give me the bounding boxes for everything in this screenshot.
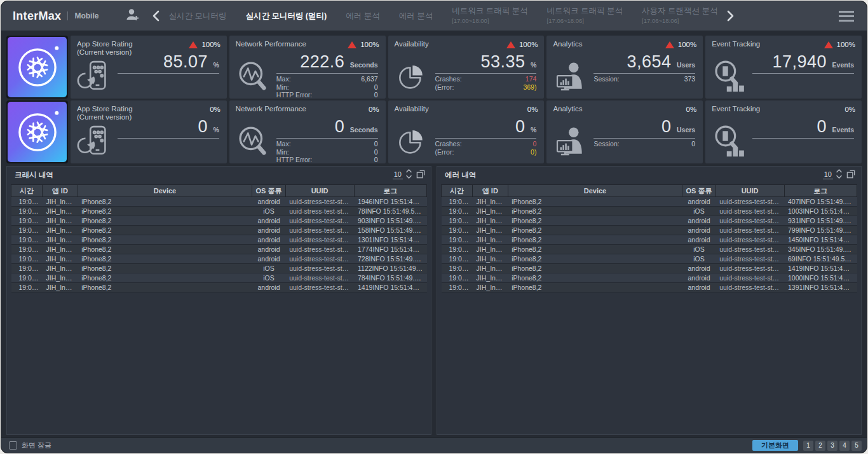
table-cell: android [682,264,715,273]
table-row[interactable]: 19:05:13JIH_Install...iPhone8,2androiduu… [442,216,857,226]
screen-page-button[interactable]: 3 [827,441,837,451]
table-cell: JIH_Install... [473,197,508,207]
screen-page-button[interactable]: 5 [851,441,862,451]
table-row[interactable]: 19:05:12JIH_Install...iPhone8,2iOSuuid-s… [442,254,857,264]
trend-badge: 0% [527,106,538,113]
popup-window-icon[interactable] [846,169,856,181]
table-row[interactable]: 19:05:12JIH_Install...iPhone8,2androiduu… [11,197,427,207]
table-cell: 19:05:13 [442,197,473,207]
table-cell: JIH_Install... [473,216,508,226]
table-row[interactable]: 19:05:10JIH_Install...iPhone8,2androiduu… [11,235,427,245]
screen-page-button[interactable]: 2 [815,441,825,451]
column-header[interactable]: OS 종류 [252,185,285,197]
metric-card[interactable]: Event Tracking 0% 0 Events [705,100,862,163]
metric-detail-row: Session:0 [593,140,695,148]
nav-tab[interactable]: 실시간 모니터링 (멀티) [245,12,327,20]
column-header[interactable]: 앱 ID [43,185,78,197]
metric-icon-slot [76,58,112,95]
table-cell: JIH_Install... [43,254,78,264]
metric-card[interactable]: Availability 100% 53.35 % Crashes:174(Er… [388,36,545,99]
table-row[interactable]: 19:05:12JIH_Install...iPhone8,2androiduu… [442,235,857,245]
table-cell: iPhone8,2 [78,197,252,207]
table-cell: JIH_Install... [43,207,78,216]
detail-value: 6,637 [361,75,377,83]
metric-card[interactable]: Network Performance 0% 0 Seconds Max:0Mi… [229,100,386,163]
page-size-spinner-icon[interactable] [836,169,843,181]
table-row[interactable]: 19:05:12JIH_Install...iPhone8,2androiduu… [442,226,857,235]
screen-lock-checkbox[interactable] [9,441,17,450]
table-row[interactable]: 19:05:10JIH_Install...iPhone8,2androiduu… [11,254,427,264]
add-user-icon[interactable] [125,8,139,24]
nav-tab[interactable]: 사용자 트랜잭션 분석[17:06~18:06] [642,7,717,25]
table-row[interactable]: 19:05:12JIH_Install...iPhone8,2iOSuuid-s… [442,245,857,254]
table-cell: 19:05:10 [11,245,43,254]
metric-card[interactable]: Analytics 0% 0 Users Session:0 [546,100,703,163]
history-panel: 크래시 내역 10 시간앱 IDDeviceOS 종류UUID로그 19:05:… [6,166,431,435]
nav-tab[interactable]: 에러 분석 [346,12,379,20]
column-header[interactable]: 앱 ID [473,185,508,197]
nav-tab[interactable]: 네트워크 트래픽 분석[17:06~18:06] [547,7,623,25]
column-header[interactable]: Device [78,185,252,197]
metric-detail-row: Session:373 [593,75,695,83]
popup-window-icon[interactable] [416,169,426,181]
metric-card-title: Availability [395,105,538,113]
table-row[interactable]: 19:05:10JIH_Install...iPhone8,2iOSuuid-s… [11,273,427,283]
table-cell: 19:05:10 [11,264,43,273]
metric-card[interactable]: Analytics 100% 3,654 Users Session:373 [546,36,703,99]
metric-unit: Seconds [350,126,378,134]
table-row[interactable]: 19:05:13JIH_Install...iPhone8,2androiduu… [442,197,857,207]
table-row[interactable]: 19:05:10JIH_Install...iPhone8,2androiduu… [11,283,427,292]
table-cell: 19:05:13 [442,207,473,216]
column-header[interactable]: Device [508,185,682,197]
table-cell: 19:05:11 [11,216,43,226]
table-row[interactable]: 19:05:12JIH_Install...iPhone8,2androiduu… [442,264,857,273]
table-row[interactable]: 19:05:11JIH_Install...iPhone8,2androiduu… [11,226,427,235]
column-header[interactable]: 로그 [354,185,426,197]
table-row[interactable]: 19:05:11JIH_Install...iPhone8,2androiduu… [442,273,857,283]
tabs-scroll-right-icon[interactable] [724,8,737,24]
table-row[interactable]: 19:05:11JIH_Install...iPhone8,2androiduu… [11,216,427,226]
table-cell: JIH_Install... [473,207,508,216]
metric-card[interactable]: App Store Rating(Current version) 100% 8… [71,36,227,99]
tabs-scroll-left-icon[interactable] [149,8,162,24]
metric-card[interactable]: App Store Rating(Current version) 0% 0 % [71,100,227,163]
column-header[interactable]: 시간 [11,185,43,197]
column-header[interactable]: UUID [285,185,354,197]
metric-card[interactable]: Availability 0% 0 % Crashes:0(Error:0) [388,100,545,163]
page-size-value[interactable]: 10 [393,170,403,179]
metric-icon-slot [393,123,430,160]
column-header[interactable]: UUID [715,185,784,197]
table-row[interactable]: 19:05:10JIH_Install...iPhone8,2iOSuuid-s… [11,264,427,273]
page-size-spinner-icon[interactable] [405,169,412,181]
column-header[interactable]: OS 종류 [682,185,715,197]
screen-page-button[interactable]: 1 [803,441,813,451]
table-cell: iPhone8,2 [78,283,252,292]
page-size-value[interactable]: 10 [823,170,833,179]
table-cell: JIH_Install... [473,254,508,264]
table-row[interactable]: 19:05:11JIH_Install...iPhone8,2iOSuuid-s… [11,207,427,216]
metric-card[interactable]: Event Tracking 100% 17,940 Events [705,36,862,99]
app-tile[interactable] [6,100,68,163]
menu-icon[interactable] [835,8,858,24]
network-performance-icon [234,123,271,160]
default-screen-button[interactable]: 기본화면 [752,440,798,451]
detail-label: Min: [276,148,289,156]
app-tile[interactable] [6,36,68,99]
column-header[interactable]: 시간 [442,185,473,197]
nav-tab[interactable]: 실시간 모니터링 [168,12,226,20]
table-row[interactable]: 19:05:11JIH_Install...iPhone8,2androiduu… [442,283,857,292]
table-cell: android [682,235,715,245]
table-cell: uuid-stress-test-string-... [285,273,354,283]
nav-tab[interactable]: 네트워크 트래픽 분석[17:00~18:00] [452,7,527,25]
table-row[interactable]: 19:05:10JIH_Install...iPhone8,2androiduu… [11,245,427,254]
nav-tab[interactable]: 에러 분석 [399,12,433,20]
metric-value: 0 [335,117,345,136]
column-header[interactable]: 로그 [784,185,857,197]
metric-card[interactable]: Network Performance 100% 222.6 Seconds M… [229,36,386,99]
metric-unit: % [213,126,219,134]
trend-badge: 0% [369,106,379,113]
table-row[interactable]: 19:05:13JIH_Install...iPhone8,2iOSuuid-s… [442,207,857,216]
screen-page-button[interactable]: 4 [839,441,850,451]
detail-value: 0) [531,148,536,156]
table-cell: JIH_Install... [43,264,78,273]
